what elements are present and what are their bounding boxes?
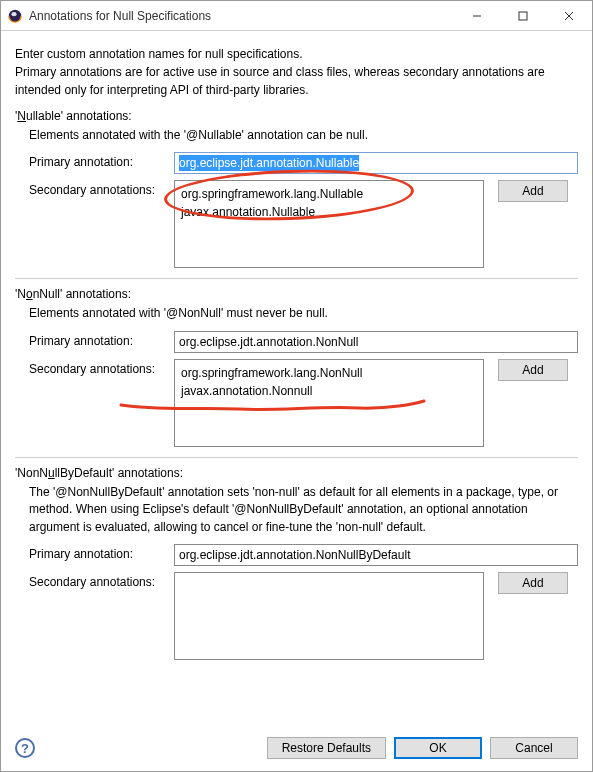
restore-defaults-button[interactable]: Restore Defaults	[267, 737, 386, 759]
nullable-primary-input[interactable]: org.eclipse.jdt.annotation.Nullable	[174, 152, 578, 174]
secondary-annotations-label: Secondary annotations:	[29, 572, 174, 589]
window-title: Annotations for Null Specifications	[29, 9, 454, 23]
cancel-button[interactable]: Cancel	[490, 737, 578, 759]
svg-point-1	[11, 12, 16, 16]
ok-button[interactable]: OK	[394, 737, 482, 759]
primary-annotation-label: Primary annotation:	[29, 544, 174, 561]
minimize-button[interactable]	[454, 1, 500, 30]
nullable-group-desc: Elements annotated with the '@Nullable' …	[29, 127, 578, 144]
nullable-group-title: 'Nullable' annotations:	[15, 109, 578, 123]
divider	[15, 278, 578, 279]
dialog-footer: ? Restore Defaults OK Cancel	[1, 729, 592, 771]
dialog-content: Enter custom annotation names for null s…	[1, 31, 592, 729]
nonnulldefault-group-desc: The '@NonNullByDefault' annotation sets …	[29, 484, 578, 536]
secondary-annotations-label: Secondary annotations:	[29, 180, 174, 197]
nullable-secondary-list[interactable]: org.springframework.lang.Nullable javax.…	[174, 180, 484, 268]
list-item[interactable]: javax.annotation.Nullable	[181, 203, 477, 221]
list-item[interactable]: org.springframework.lang.Nullable	[181, 185, 477, 203]
nonnulldefault-group-title: 'NonNullByDefault' annotations:	[15, 466, 578, 480]
nonnull-primary-input[interactable]: org.eclipse.jdt.annotation.NonNull	[174, 331, 578, 353]
maximize-button[interactable]	[500, 1, 546, 30]
nonnull-add-button[interactable]: Add	[498, 359, 568, 381]
divider	[15, 457, 578, 458]
secondary-annotations-label: Secondary annotations:	[29, 359, 174, 376]
nonnulldefault-primary-input[interactable]: org.eclipse.jdt.annotation.NonNullByDefa…	[174, 544, 578, 566]
intro-text: Enter custom annotation names for null s…	[15, 45, 578, 99]
nonnull-group-desc: Elements annotated with '@NonNull' must …	[29, 305, 578, 322]
eclipse-icon	[7, 8, 23, 24]
close-button[interactable]	[546, 1, 592, 30]
list-item[interactable]: javax.annotation.Nonnull	[181, 382, 477, 400]
list-item[interactable]: org.springframework.lang.NonNull	[181, 364, 477, 382]
nonnull-group-title: 'NonNull' annotations:	[15, 287, 578, 301]
nonnull-secondary-list[interactable]: org.springframework.lang.NonNull javax.a…	[174, 359, 484, 447]
help-icon[interactable]: ?	[15, 738, 35, 758]
nonnulldefault-add-button[interactable]: Add	[498, 572, 568, 594]
svg-rect-3	[519, 12, 527, 20]
nullable-add-button[interactable]: Add	[498, 180, 568, 202]
nonnulldefault-secondary-list[interactable]	[174, 572, 484, 660]
titlebar: Annotations for Null Specifications	[1, 1, 592, 31]
primary-annotation-label: Primary annotation:	[29, 152, 174, 169]
primary-annotation-label: Primary annotation:	[29, 331, 174, 348]
